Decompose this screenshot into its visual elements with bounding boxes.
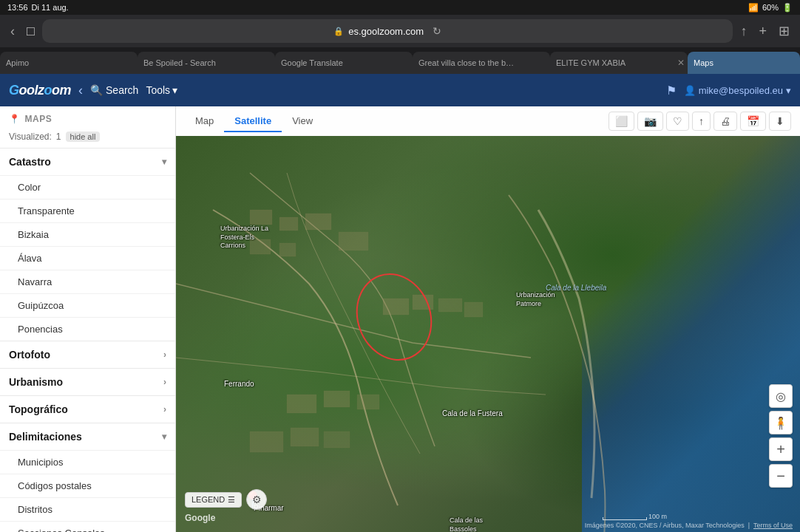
svg-rect-2 [305,214,331,230]
header-back-button[interactable]: ‹ [78,83,83,98]
sidebar-delimitaciones-header[interactable]: Delimitaciones ▾ [0,423,175,450]
map-type-map-button[interactable]: Map [185,111,224,132]
map-action-download-button[interactable]: ⬇ [769,112,791,131]
browser-tab-maps[interactable]: Maps [688,52,800,74]
sidebar-hide-all-button[interactable]: hide all [66,132,101,142]
map-label-urbanizacion-patmore: UrbanizaciónPatmore [516,291,555,308]
sidebar-item-navarra[interactable]: Navarra [0,270,175,293]
sidebar-item-distritos[interactable]: Distritos [0,497,175,521]
wifi-icon: 📶 [748,3,759,13]
sidebar: 📍 MAPS Visualized: 1 hide all Catastro ▾… [0,106,176,532]
svg-rect-0 [250,210,272,225]
browser-tab-translate[interactable]: Google Translate [275,52,413,74]
sidebar-section-ortofoto: Ortofoto › [0,341,175,368]
delimitaciones-chevron-icon: ▾ [162,432,166,442]
lock-icon: 🔒 [333,27,344,36]
safari-bookmarks-button[interactable]: □ [22,21,39,42]
status-bar: 13:56 Di 11 aug. 📶 60% 🔋 [0,0,800,15]
user-icon: 👤 [684,85,696,96]
tools-chevron-icon: ▾ [172,84,177,96]
map-zoom-out-button[interactable]: − [769,464,793,488]
svg-rect-12 [357,395,379,409]
map-action-square-button[interactable]: ⬜ [609,112,634,131]
browser-tab-villa[interactable]: Great villa close to the beach... [413,52,550,74]
map-person-button[interactable]: 🧍 [769,411,793,434]
header-flag-button[interactable]: ⚑ [666,83,677,98]
map-type-view-button[interactable]: View [282,111,323,132]
map-location-button[interactable]: ◎ [769,384,793,408]
battery-icon: 🔋 [782,3,793,13]
map-terrain: Urbanización LaFostera-ElsCarrions Urban… [176,136,800,532]
sidebar-item-ponencias[interactable]: Ponencias [0,317,175,341]
sidebar-catastro-header[interactable]: Catastro ▾ [0,149,175,175]
header-search-button[interactable]: 🔍 Search [90,84,138,96]
google-branding: Google [185,513,215,523]
svg-rect-14 [291,428,319,446]
main-layout: 📍 MAPS Visualized: 1 hide all Catastro ▾… [0,106,800,532]
sidebar-section-delimitaciones: Delimitaciones ▾ Municipios Códigos post… [0,423,175,532]
map-type-bar: Map Satellite View ⬜ 📷 ♡ ↑ 🖨 📅 ⬇ [176,106,800,136]
map-action-buttons: ⬜ 📷 ♡ ↑ 🖨 📅 ⬇ [609,112,791,131]
sidebar-item-secciones-censales[interactable]: Secciones Censales [0,521,175,532]
map-label-cala-fustera: Cala de la Fustera [442,409,503,417]
header-user-button[interactable]: 👤 mike@bespoiled.eu ▾ [684,85,791,96]
browser-tab-gym[interactable]: ELITE GYM XABIA ✕ [550,52,688,74]
safari-new-tab-button[interactable]: + [754,21,771,42]
safari-tabs-button[interactable]: ⊞ [774,20,794,42]
app-header: Goolzoom ‹ 🔍 Search Tools ▾ ⚑ 👤 mike@bes… [0,74,800,106]
app-logo: Goolzoom [9,83,71,98]
status-indicators: 📶 60% 🔋 [748,3,793,13]
map-zoom-in-button[interactable]: + [769,437,793,461]
sidebar-item-color[interactable]: Color [0,175,175,199]
sidebar-ortofoto-header[interactable]: Ortofoto › [0,341,175,368]
map-action-print-button[interactable]: 🖨 [713,112,737,131]
sidebar-section-topografico: Topográfico › [0,395,175,423]
map-legend-button[interactable]: LEGEND ☰ [185,492,242,508]
map-area[interactable]: Map Satellite View ⬜ 📷 ♡ ↑ 🖨 📅 ⬇ [176,106,800,532]
sidebar-item-alava[interactable]: Álava [0,246,175,270]
svg-rect-7 [413,295,433,310]
search-icon: 🔍 [90,84,103,96]
catastro-chevron-icon: ▾ [162,157,166,167]
browser-tabs-bar: Apimo Be Spoiled - Search Google Transla… [0,47,800,74]
sidebar-item-municipios[interactable]: Municipios [0,450,175,474]
sidebar-visualized: Visualized: 1 hide all [0,129,175,148]
svg-rect-5 [339,232,368,250]
svg-rect-13 [250,432,283,452]
safari-address-bar[interactable]: 🔒 es.goolzoom.com ↻ [42,19,733,43]
sidebar-section-catastro: Catastro ▾ Color Transparente Bizkaia Ál… [0,148,175,341]
map-background: Urbanización LaFostera-ElsCarrions Urban… [176,136,800,532]
sidebar-item-bizkaia[interactable]: Bizkaia [0,222,175,246]
svg-rect-4 [279,243,296,256]
map-label-cala-bassoles: Cala de lasBassoles [450,516,483,532]
svg-rect-9 [464,302,483,317]
safari-share-button[interactable]: ↑ [736,21,751,42]
legend-icon: ☰ [228,495,235,505]
sidebar-topografico-header[interactable]: Topográfico › [0,396,175,423]
safari-back-button[interactable]: ‹ [6,21,19,42]
svg-rect-10 [287,395,316,413]
browser-tab-apimo[interactable]: Apimo [0,52,138,74]
safari-nav-bar: ‹ □ 🔒 es.goolzoom.com ↻ ↑ + ⊞ [0,15,800,47]
svg-rect-3 [250,239,271,254]
map-settings-button[interactable]: ⚙ [246,489,267,510]
svg-rect-15 [324,432,350,448]
map-action-share-button[interactable]: ↑ [692,112,711,131]
tab-close-gym[interactable]: ✕ [677,58,685,68]
safari-refresh-button[interactable]: ↻ [433,25,441,37]
map-action-calendar-button[interactable]: 📅 [740,112,766,131]
map-action-camera-button[interactable]: 📷 [637,112,663,131]
sidebar-item-transparente[interactable]: Transparente [0,199,175,222]
sidebar-item-codigos-postales[interactable]: Códigos postales [0,474,175,497]
map-type-satellite-button[interactable]: Satellite [224,111,282,132]
map-selection-oval [344,263,444,372]
topografico-chevron-icon: › [163,404,166,415]
sidebar-urbanismo-header[interactable]: Urbanismo › [0,369,175,395]
urbanismo-chevron-icon: › [163,377,166,387]
browser-tab-bespoiled[interactable]: Be Spoiled - Search [138,52,275,74]
map-action-heart-button[interactable]: ♡ [666,112,689,131]
sidebar-item-guipuzcoa[interactable]: Guipúzcoa [0,293,175,317]
map-pin-icon: 📍 [9,114,21,124]
address-text: es.goolzoom.com [348,26,424,37]
header-tools-button[interactable]: Tools ▾ [146,84,177,96]
